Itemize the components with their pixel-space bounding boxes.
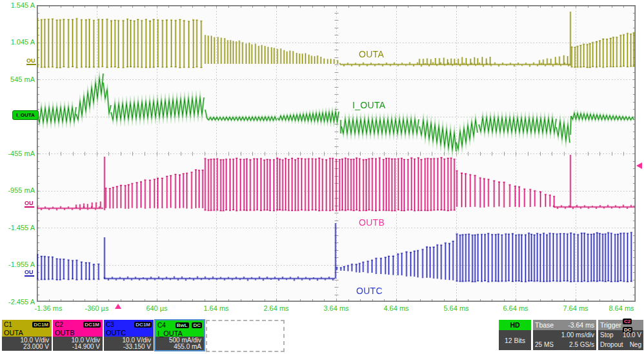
c1-zero-marker[interactable]: OU: [26, 58, 35, 64]
y-axis-label: -1.955 A: [0, 261, 35, 268]
x-axis-label: -360 µs: [74, 304, 119, 312]
trigger-time-marker[interactable]: [115, 304, 121, 309]
c2-zero-marker[interactable]: OU: [25, 201, 34, 206]
x-axis-label: 7.64 ms: [553, 304, 598, 312]
channel-name: OUTC: [106, 329, 152, 337]
x-axis-label: 5.64 ms: [434, 304, 479, 312]
channel-box-c4-selected[interactable]: C4 BwL DC I_OUTA 500 mA/div 455.0 mA: [154, 319, 205, 351]
x-axis-label: 640 µs: [134, 304, 179, 312]
x-axis-label: 6.64 ms: [493, 304, 538, 312]
channel-settings: 500 mA/div 455.0 mA: [156, 337, 204, 350]
channel-header: C2 DC1M OUTB: [53, 320, 103, 337]
timebase-offset: -3.64 ms: [568, 321, 594, 329]
channel-id: C4: [157, 322, 166, 329]
channel-offset: -33.150 V: [106, 344, 151, 350]
hd-label: HD: [499, 320, 531, 330]
x-axis-label: 3.64 ms: [314, 304, 359, 312]
trigger-level: 10.0 V: [623, 331, 641, 339]
channel-box-c1[interactable]: C1 DC1M OUTA 10.0 V/div 23.000 V: [2, 320, 52, 351]
y-axis-label: -1.455 A: [0, 224, 35, 231]
trigger-level-marker[interactable]: [636, 162, 642, 169]
channel-name: OUTA: [4, 329, 50, 337]
coupling-badge: DC1M: [83, 322, 101, 328]
c4-zero-marker[interactable]: I_OUTA: [12, 110, 39, 120]
coupling-badge: DC: [192, 322, 202, 328]
channel-header: C4 BwL DC I_OUTA: [156, 320, 204, 337]
y-axis-label: 545 mA: [0, 75, 35, 83]
bandwidth-limit-badge: BwL: [176, 322, 189, 328]
y-axis-label: -455 mA: [0, 150, 35, 157]
timebase-box[interactable]: Tbase -3.64 ms 1.00 ms/div 25 MS 2.5 GS/…: [533, 320, 596, 350]
x-axis-label: -1.36 ms: [26, 304, 71, 312]
channel-settings: 10.0 V/div -33.150 V: [104, 337, 154, 351]
y-axis-label: 1.045 A: [0, 38, 35, 46]
channel-id: C2: [55, 321, 63, 328]
trigger-type: Dropout: [600, 341, 623, 348]
trigger-slope: Neg: [630, 341, 641, 348]
coupling-badge: DC1M: [134, 322, 152, 328]
timebase-label: Tbase: [535, 321, 554, 329]
channel-box-c2[interactable]: C2 DC1M OUTB 10.0 V/div -14.900 V: [53, 320, 103, 351]
waveform-display: 1.545 A 1.045 A 545 mA -455 mA -955 mA -…: [0, 0, 644, 316]
c2-zero-marker-line: [25, 206, 34, 208]
channel-id: C3: [106, 321, 114, 328]
coupling-badge: DC1M: [32, 322, 50, 328]
trace-label-i-outa: I_OUTA: [352, 100, 385, 110]
timebase-scale: 1.00 ms/div: [561, 331, 594, 339]
hd-bits: 12 Bits: [499, 330, 531, 350]
y-axis-label: -955 mA: [0, 186, 35, 194]
c3-zero-marker[interactable]: OU: [25, 270, 34, 275]
x-axis-label: 4.64 ms: [374, 304, 419, 312]
c1-zero-marker-line: [26, 64, 36, 65]
timebase-rate: 2.5 GS/s: [569, 341, 594, 348]
x-axis-label: 1.64 ms: [194, 304, 239, 312]
empty-trace-slot[interactable]: [206, 320, 285, 352]
c3-zero-marker-line: [25, 275, 34, 277]
trace-label-outb: OUTB: [359, 217, 385, 228]
trigger-mode: Stop: [600, 331, 614, 339]
waveform-canvas: [37, 5, 636, 302]
hd-mode-box[interactable]: HD 12 Bits: [499, 320, 531, 350]
channel-box-c3[interactable]: C3 DC1M OUTC 10.0 V/div -33.150 V: [104, 320, 154, 351]
channel-offset: 23.000 V: [5, 344, 49, 350]
channel-settings: 10.0 V/div 23.000 V: [2, 337, 52, 351]
channel-id: C1: [4, 321, 12, 328]
y-axis-label: 1.545 A: [0, 1, 35, 9]
channel-header: C3 DC1M OUTC: [104, 320, 154, 337]
channel-offset: 455.0 mA: [158, 344, 201, 350]
channel-name: OUTB: [55, 329, 101, 337]
trace-label-outa: OUTA: [359, 49, 384, 59]
trace-label-outc: OUTC: [356, 286, 383, 296]
x-axis-label: 8.64 ms: [599, 304, 644, 312]
trigger-box[interactable]: Trigger C2 DC Stop 10.0 V Dropout Neg: [598, 320, 643, 350]
x-axis-label: 2.64 ms: [254, 304, 299, 312]
channel-header: C1 DC1M OUTA: [2, 320, 52, 337]
trigger-label: Trigger: [600, 321, 621, 329]
trigger-source-badge: C2: [623, 319, 632, 324]
timebase-samples: 25 MS: [535, 341, 554, 348]
channel-settings: 10.0 V/div -14.900 V: [53, 337, 103, 351]
channel-offset: -14.900 V: [55, 344, 100, 350]
